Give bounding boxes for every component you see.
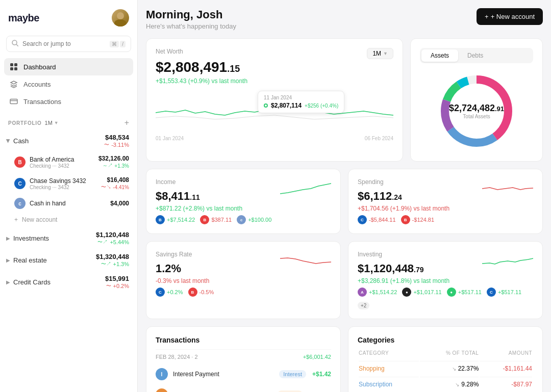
- spending-change: +$1,704.56 (+1.9%) vs last month: [358, 205, 449, 212]
- group-cash-amount: $48,534: [104, 134, 129, 141]
- investing-badge-2: ● +$1,017.11: [402, 288, 441, 297]
- nav-accounts-label: Accounts: [23, 81, 51, 88]
- account-group-realestate-header[interactable]: ▶ Real estate $1,320,448 〜↗ +1.3%: [0, 250, 137, 271]
- tab-debts[interactable]: Debts: [458, 49, 492, 62]
- nav-item-dashboard[interactable]: Dashboard: [4, 58, 133, 75]
- savings-badge-2: B -0.5%: [188, 288, 214, 297]
- account-item-boa[interactable]: B Bank of America Checking ··· 3432 $32,…: [0, 151, 137, 173]
- categories-card: Categories CATEGORY % OF TOTAL AMOUNT Sh…: [348, 326, 543, 392]
- inv-icon3: ●: [447, 288, 456, 297]
- page-subtitle: Here's what's happening today: [146, 22, 236, 30]
- chase-change: -4.41%: [113, 185, 129, 190]
- svg-rect-8: [10, 99, 17, 104]
- main-nav: Dashboard Accounts Transactions: [0, 56, 137, 112]
- assets-debts-tabs: Assets Debts: [420, 48, 533, 63]
- total-assets-label: Total Assets: [449, 114, 504, 119]
- chase-name: Chase Savings 3432: [30, 177, 86, 185]
- income-badge-3: c +$100.00: [237, 215, 271, 224]
- tx-date-row: FEB 28, 2024 · 2 +$6,001.42: [156, 349, 331, 364]
- chevron-icon: ▶: [6, 257, 10, 263]
- account-group-investments-header[interactable]: ▶ Investments $1,120,448 〜↗ +5.44%: [0, 228, 137, 249]
- account-group-cash: ▶ Cash $48,534 〜 -3.11% B Bank of Americ…: [0, 130, 137, 227]
- boa-spending-icon: B: [401, 215, 410, 224]
- investing-badge-4: C +$517.11: [487, 288, 521, 297]
- search-input[interactable]: [22, 40, 106, 47]
- tx-tag-1: Interest: [279, 370, 306, 378]
- account-group-cash-header[interactable]: ▶ Cash $48,534 〜 -3.11%: [0, 130, 137, 151]
- account-item-chase[interactable]: C Chase Savings 3432 Checking ··· 3432 $…: [0, 173, 137, 194]
- tooltip-value: $2,807,114: [271, 102, 302, 109]
- investing-badge-3: ● +$517.11: [447, 288, 482, 297]
- svg-point-0: [117, 12, 124, 19]
- donut-container: $2,724,482.91 Total Assets: [420, 70, 533, 152]
- investing-amount: $1,120,448.79: [358, 262, 449, 275]
- investments-sparkline: 〜↗: [97, 239, 108, 246]
- add-account-button[interactable]: + New account: [0, 213, 137, 227]
- svg-point-1: [114, 19, 127, 27]
- add-group-button[interactable]: +: [124, 118, 129, 127]
- nav-item-transactions[interactable]: Transactions: [4, 93, 133, 110]
- account-group-creditcards-header[interactable]: ▶ Credit Cards $15,991 〜 +0.2%: [0, 272, 137, 293]
- boa-dot: B: [14, 156, 26, 168]
- period-selector[interactable]: 1M ▼: [367, 48, 393, 59]
- investing-change: +$3,286.91 (+1.8%) vs last month: [358, 277, 449, 284]
- tx-amount-1: +$1.42: [312, 371, 331, 378]
- col-category: CATEGORY: [359, 350, 419, 360]
- realestate-name: Real estate: [13, 256, 47, 264]
- savings-amount: 1.2%: [156, 262, 209, 275]
- realestate-change: +1.3%: [113, 261, 130, 267]
- plus-icon: +: [14, 216, 18, 223]
- tx-row-2[interactable]: R Remote Salary ↺ Payroll +$6,000: [156, 384, 331, 392]
- donut-chart: $2,724,482.91 Total Assets: [436, 70, 517, 152]
- savings-label: Savings Rate: [156, 251, 209, 258]
- chevron-icon: ▶: [6, 236, 10, 241]
- svg-point-2: [12, 40, 17, 45]
- net-worth-label: Net Worth: [156, 48, 183, 55]
- donut-center: $2,724,482.91 Total Assets: [449, 103, 504, 119]
- boa-name: Bank of America: [30, 156, 74, 163]
- table-row[interactable]: Subscription ↘ 9.28% -$87.97: [359, 377, 532, 391]
- group-cash-name: Cash: [13, 137, 29, 145]
- categories-table: CATEGORY % OF TOTAL AMOUNT Shopping ↘ 22…: [358, 349, 533, 392]
- cat-pct-2: 9.28%: [461, 381, 479, 388]
- chase-dot: C: [14, 178, 26, 189]
- spending-amount: $6,112.24: [358, 190, 449, 203]
- net-worth-chart: 11 Jan 2024 $2,807,114 +$256 (+0.4%): [156, 90, 393, 130]
- portfolio-period[interactable]: 1M ▼: [45, 120, 59, 126]
- spending-badge-1: C -$5,844.11: [358, 215, 396, 224]
- chart-tooltip: 11 Jan 2024 $2,807,114 +$256 (+0.4%): [258, 91, 344, 113]
- tx-date: FEB 28, 2024 · 2: [156, 354, 198, 360]
- account-group-creditcards: ▶ Credit Cards $15,991 〜 +0.2%: [0, 272, 137, 293]
- table-row[interactable]: Shopping ↘ 22.37% -$1,161.44: [359, 361, 532, 376]
- income-card: Income $8,411.11 +$871.22 (+2.8%) vs las…: [146, 169, 341, 234]
- portfolio-header: PORTFOLIO 1M ▼ +: [0, 112, 137, 130]
- new-account-label: New account: [22, 216, 57, 223]
- investing-badges: A +$1,514.22 ● +$1,017.11 ● +$517.11 C +…: [358, 288, 533, 309]
- spending-sparkline: [482, 178, 533, 199]
- new-account-button[interactable]: + + New account: [477, 8, 543, 25]
- savings-icon2: B: [188, 288, 197, 297]
- avatar[interactable]: [112, 9, 129, 27]
- tab-assets[interactable]: Assets: [421, 49, 458, 62]
- nav-item-accounts[interactable]: Accounts: [4, 75, 133, 93]
- investing-badge-1: A +$1,514.22: [358, 288, 397, 297]
- grid-icon: [9, 62, 18, 71]
- spending-card: Spending $6,112.24 +$1,704.56 (+1.9%) vs…: [348, 169, 543, 234]
- account-item-cash[interactable]: c Cash in hand $4,000: [0, 194, 137, 213]
- transactions-card: Transactions FEB 28, 2024 · 2 +$6,001.42…: [146, 326, 341, 392]
- chase-spending-icon: C: [358, 215, 367, 224]
- search-bar[interactable]: ⌘ /: [6, 36, 131, 52]
- creditcards-change: +0.2%: [113, 283, 130, 289]
- tx-total: +$6,001.42: [303, 354, 331, 360]
- nav-dashboard-label: Dashboard: [23, 63, 56, 71]
- boa-amount: $32,126.00: [98, 155, 129, 162]
- search-icon: [12, 40, 18, 48]
- income-change: +$871.22 (+2.8%) vs last month: [156, 205, 242, 212]
- tx-row-1[interactable]: I Interest Payment Interest +$1.42: [156, 364, 331, 384]
- savings-rate-card: Savings Rate 1.2% -0.3% vs last month C …: [146, 241, 341, 319]
- tx-icon-1: I: [156, 368, 168, 380]
- cash-hand-amount: $4,000: [110, 200, 129, 207]
- chevron-down-icon: ▼: [54, 120, 59, 125]
- group-cash-change: -3.11%: [111, 142, 129, 148]
- cat-amount-2: -$87.97: [480, 377, 532, 391]
